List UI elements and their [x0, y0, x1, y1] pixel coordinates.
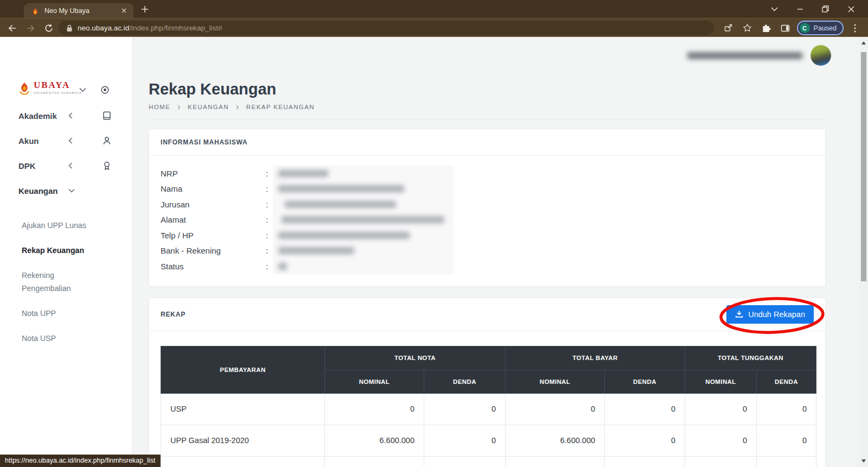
table-row-usp: USP 0 0 0 0 0 0	[161, 393, 816, 425]
browser-tab[interactable]: Neo My Ubaya	[24, 3, 133, 18]
sidebar-item-akun[interactable]: Akun	[0, 128, 132, 153]
info-row-bank: Bank - Rekening :	[161, 243, 814, 259]
tab-close-icon[interactable]	[119, 6, 129, 16]
info-row-telp: Telp / HP :	[161, 228, 814, 243]
window-restore-icon[interactable]	[813, 0, 838, 18]
informasi-mahasiswa-card: INFORMASI MAHASISWA NRP : Nama : Jurusan…	[149, 129, 826, 287]
sidebar: UBAYA UNIVERSITAS SURABAYA Akademik Akun	[0, 37, 133, 467]
redacted-value	[282, 216, 444, 223]
main-content: Rekap Keuangan HOME KEUANGAN REKAP KEUAN…	[133, 37, 859, 467]
profile-avatar: C	[800, 23, 810, 33]
breadcrumb-chevron-icon	[177, 105, 181, 110]
subcol-denda: DENDA	[424, 370, 506, 393]
sidebar-item-dpk[interactable]: DPK	[0, 153, 132, 178]
breadcrumb-keuangan[interactable]: KEUANGAN	[188, 104, 229, 110]
sidebar-record-icon[interactable]	[101, 86, 109, 94]
new-tab-button[interactable]	[138, 3, 152, 16]
redacted-value	[278, 170, 328, 177]
subcol-denda: DENDA	[605, 370, 685, 393]
breadcrumb: HOME KEUANGAN REKAP KEUANGAN	[149, 104, 826, 120]
user-name-redacted	[687, 52, 802, 59]
browser-toolbar: neo.ubaya.ac.id/index.php/finmhsrekap_li…	[0, 18, 868, 37]
col-group-total-nota: TOTAL NOTA	[325, 346, 506, 370]
unduh-rekapan-button[interactable]: Unduh Rekapan	[726, 305, 814, 324]
ubaya-logo: UBAYA UNIVERSITAS SURABAYA	[18, 80, 82, 96]
page-viewport: UBAYA UNIVERSITAS SURABAYA Akademik Akun	[0, 37, 868, 467]
sidebar-item-akademik[interactable]: Akademik	[0, 103, 132, 128]
user-avatar[interactable]	[810, 45, 831, 66]
url-host: neo.ubaya.ac.id	[78, 24, 129, 32]
profile-chip[interactable]: C Paused	[797, 21, 844, 35]
logo-title: UBAYA	[34, 80, 82, 90]
info-row-jurusan: Jurusan :	[161, 197, 814, 212]
rekap-table: PEMBAYARAN TOTAL NOTA TOTAL BAYAR TOTAL …	[161, 346, 816, 467]
download-icon	[735, 310, 743, 318]
page-scrollbar[interactable]	[859, 37, 868, 467]
sidebar-chevron-down-icon[interactable]	[79, 87, 86, 92]
breadcrumb-chevron-icon	[236, 105, 239, 110]
subcol-nominal: NOMINAL	[506, 370, 605, 393]
redacted-value	[278, 247, 354, 254]
tab-title: Neo My Ubaya	[44, 7, 119, 15]
info-row-nrp: NRP :	[161, 166, 814, 181]
submenu-ajukan-upp-lunas[interactable]: Ajukan UPP Lunas	[0, 213, 114, 238]
rekap-card: REKAP Unduh Rekapan	[149, 298, 826, 467]
menu-dots-icon[interactable]	[847, 21, 863, 35]
subcol-nominal: NOMINAL	[685, 370, 757, 393]
back-icon[interactable]	[4, 21, 20, 35]
browser-tab-strip: Neo My Ubaya	[0, 0, 868, 18]
info-row-alamat: Alamat :	[161, 212, 814, 228]
window-minimize-icon[interactable]	[787, 0, 813, 18]
subcol-nominal: NOMINAL	[325, 370, 424, 393]
submenu-nota-usp[interactable]: Nota USP	[0, 326, 114, 351]
keuangan-submenu: Ajukan UPP Lunas Rekap Keuangan Rekening…	[0, 213, 132, 351]
address-bar[interactable]: neo.ubaya.ac.id/index.php/finmhsrekap_li…	[59, 21, 714, 35]
chevron-left-icon	[68, 137, 76, 144]
url-path: /index.php/finmhsrekap_list#	[129, 24, 222, 32]
user-icon	[102, 136, 112, 146]
redacted-value	[278, 232, 410, 239]
col-group-total-bayar: TOTAL BAYAR	[506, 346, 685, 370]
page-title: Rekap Keuangan	[149, 80, 826, 98]
share-icon[interactable]	[721, 21, 736, 35]
submenu-rekening-pengembalian[interactable]: Rekening Pengembalian	[0, 263, 92, 301]
info-row-nama: Nama :	[161, 181, 814, 197]
logo-subtitle: UNIVERSITAS SURABAYA	[34, 91, 82, 94]
reload-icon[interactable]	[41, 21, 56, 35]
extensions-puzzle-icon[interactable]	[759, 21, 774, 35]
info-row-status: Status :	[161, 258, 814, 274]
redacted-value	[285, 201, 396, 208]
favicon-flame-icon	[31, 7, 40, 15]
breadcrumb-home[interactable]: HOME	[149, 104, 170, 110]
submenu-nota-upp[interactable]: Nota UPP	[0, 301, 114, 326]
window-chevron-icon[interactable]	[762, 0, 787, 18]
subcol-denda: DENDA	[757, 370, 816, 393]
forward-icon[interactable]	[23, 21, 38, 35]
redacted-value	[278, 263, 287, 270]
bookmark-star-icon[interactable]	[740, 21, 755, 35]
chevron-left-icon	[68, 112, 76, 119]
chevron-down-icon	[68, 188, 76, 193]
scrollbar-up-icon[interactable]	[861, 41, 866, 45]
chevron-left-icon	[68, 162, 76, 169]
table-row-partial	[161, 456, 816, 467]
window-close-icon[interactable]	[838, 0, 864, 18]
submenu-rekap-keuangan[interactable]: Rekap Keuangan	[0, 238, 114, 263]
lock-icon	[66, 24, 73, 32]
scrollbar-down-icon[interactable]	[861, 459, 866, 463]
col-group-total-tunggakan: TOTAL TUNGGAKAN	[685, 346, 816, 370]
table-row-upp-gasal: UPP Gasal 2019-2020 6.600.000 0 6.600.00…	[161, 425, 816, 456]
info-card-title: INFORMASI MAHASISWA	[149, 129, 825, 156]
col-header-pembayaran: PEMBAYARAN	[161, 346, 325, 393]
profile-status-label: Paused	[814, 24, 837, 32]
award-icon	[102, 161, 112, 171]
side-panel-icon[interactable]	[778, 21, 793, 35]
breadcrumb-current: REKAP KEUANGAN	[246, 104, 315, 110]
status-bar-link: https://neo.ubaya.ac.id/index.php/finmhs…	[0, 455, 161, 467]
sidebar-item-keuangan[interactable]: Keuangan	[0, 178, 132, 203]
redacted-value	[278, 185, 404, 192]
rekap-card-title: REKAP	[161, 311, 186, 318]
book-icon	[102, 111, 112, 121]
ubaya-flame-icon	[18, 80, 31, 96]
scrollbar-thumb[interactable]	[861, 52, 866, 281]
